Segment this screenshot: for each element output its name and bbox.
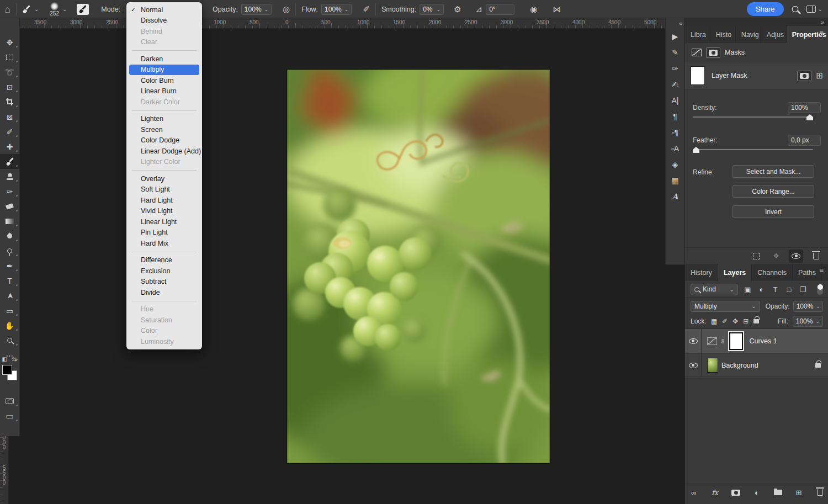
blend-mode-menu-item[interactable]: ✓ Difference [126, 255, 202, 266]
blend-mode-menu-item[interactable]: ✓ Saturation [126, 315, 202, 326]
mask-link-icon[interactable]: ∞ [719, 338, 727, 343]
panel-menu-icon[interactable]: ≡ [815, 266, 828, 274]
actions-panel[interactable]: ▶ [666, 28, 685, 44]
brush-angle-field[interactable]: 0° [486, 4, 514, 15]
blend-mode-menu-item[interactable]: ✓ Subtract [126, 277, 202, 288]
quick-mask-mode-button[interactable] [0, 394, 20, 408]
panel-tab[interactable]: History [685, 264, 718, 281]
layer-name[interactable]: Background [721, 362, 758, 369]
blend-mode-menu-item[interactable]: ✓ Vivid Light [126, 206, 202, 217]
blend-mode-select[interactable]: Multiply⌄ [691, 301, 760, 312]
clone-source-panel[interactable]: ✍ [666, 76, 685, 92]
brush-settings-panel[interactable]: ✎ [666, 44, 685, 60]
blend-mode-menu-item[interactable]: ✓ [132, 110, 197, 111]
background-thumbnail[interactable] [707, 358, 718, 373]
smoothing-gear-icon[interactable]: ⚙ [454, 5, 461, 13]
blend-mode-menu-item[interactable]: ✓ Lighter Color [126, 157, 202, 168]
filter-type-layers[interactable]: T [771, 285, 780, 294]
slider-thumb[interactable] [806, 114, 813, 120]
blend-mode-menu-item[interactable]: ✓ Luminosity [126, 336, 202, 347]
flow-select[interactable]: 100%⌄ [321, 4, 352, 15]
collapse-panels-icon[interactable]: « [679, 20, 682, 26]
blend-mode-menu-item[interactable]: ✓ Linear Burn [126, 86, 202, 97]
character-panel[interactable]: A| [666, 92, 685, 108]
load-mask-selection[interactable] [749, 250, 763, 263]
feather-field[interactable]: 0,0 px [788, 135, 821, 146]
apply-mask[interactable]: ❖ [769, 250, 783, 263]
blend-mode-menu-item[interactable]: ✓ Color Dodge [126, 135, 202, 146]
airbrush-icon[interactable]: ✐ [363, 5, 370, 13]
eraser-tool[interactable] [0, 199, 20, 214]
share-button[interactable]: Share [747, 2, 784, 16]
blend-mode-menu-item[interactable]: ✓ Screen [126, 124, 202, 135]
select-and-mask-button[interactable]: Select and Mask... [733, 165, 814, 178]
blend-mode-menu-item[interactable]: ✓ Hue [126, 304, 202, 315]
paragraph-styles-panel[interactable]: ▫¶ [666, 124, 685, 140]
workspace-switcher[interactable]: ⌄ [806, 6, 822, 13]
blend-mode-menu-item[interactable]: ✓ Darken [126, 54, 202, 65]
visibility-toggle[interactable] [685, 354, 702, 376]
home-icon[interactable]: ⌂ [4, 4, 10, 14]
blend-mode-menu-item[interactable]: ✓ Linear Dodge (Add) [126, 146, 202, 157]
chevron-down-icon[interactable]: ⌄ [62, 6, 67, 12]
type-tool[interactable]: T [0, 273, 20, 288]
gradient-tool[interactable] [0, 214, 20, 229]
lock-position[interactable]: ✥ [733, 317, 738, 325]
curves-properties-icon[interactable] [692, 49, 702, 56]
toggle-mask-visibility[interactable] [789, 250, 803, 263]
color-range-button[interactable]: Color Range... [733, 185, 814, 198]
canvas-pasteboard[interactable] [9, 29, 665, 504]
blend-mode-menu-item[interactable]: ✓ Pin Light [126, 227, 202, 238]
layer-name[interactable]: Curves 1 [750, 337, 777, 345]
paragraph-panel[interactable]: ¶ [666, 108, 685, 124]
frame-tool[interactable]: ⊠ [0, 109, 20, 124]
filter-pixel-layers[interactable]: ▣ [743, 285, 752, 294]
blur-tool[interactable] [0, 229, 20, 243]
blend-mode-menu-item[interactable]: ✓ Multiply [129, 65, 199, 76]
feather-slider[interactable] [693, 146, 813, 153]
character-styles-panel[interactable]: ▫A [666, 140, 685, 156]
layer-row-curves[interactable]: ∞ Curves 1 [685, 329, 828, 353]
curves-mask-thumbnail[interactable] [729, 332, 743, 350]
kind-filter-select[interactable]: Kind ⌄ [691, 284, 738, 295]
lock-all[interactable] [753, 319, 759, 323]
chevron-down-icon[interactable]: ⌄ [34, 6, 39, 12]
blend-mode-menu-item[interactable]: ✓ Normal [126, 4, 202, 15]
blend-mode-menu-item[interactable]: ✓ Soft Light [126, 184, 202, 195]
visibility-toggle[interactable] [685, 329, 702, 353]
dodge-tool[interactable] [0, 243, 20, 258]
blend-mode-menu-item[interactable]: ✓ Color Burn [126, 75, 202, 86]
tablet-pressure-opacity-icon[interactable]: ◎ [283, 5, 290, 13]
mask-properties-button[interactable] [706, 47, 720, 58]
crop-tool[interactable] [0, 94, 20, 109]
add-layer-mask[interactable] [729, 486, 743, 499]
rectangle-tool[interactable]: ▭ [0, 303, 20, 318]
blend-mode-menu-item[interactable]: ✓ Behind [126, 26, 202, 37]
filter-shape-layers[interactable]: □ [784, 285, 794, 294]
path-selection-tool[interactable]: ➤ [0, 288, 20, 303]
lock-icon[interactable] [815, 363, 821, 368]
3d-panel[interactable]: ◈ [666, 156, 685, 172]
blend-mode-menu-item[interactable]: ✓ [132, 252, 197, 252]
panel-tab[interactable]: Histo [710, 26, 736, 43]
brush-tool[interactable] [0, 154, 20, 169]
smoothing-select[interactable]: 0%⌄ [420, 4, 444, 15]
filter-smart-objects[interactable]: ❐ [798, 285, 808, 294]
density-field[interactable]: 100% [788, 102, 821, 113]
blend-mode-menu-item[interactable]: ✓ Hard Mix [126, 238, 202, 249]
lasso-tool[interactable]: ➰ [0, 65, 20, 79]
foreground-color-swatch[interactable] [2, 365, 12, 375]
hand-tool[interactable]: ✋ [0, 318, 20, 333]
invert-button[interactable]: Invert [733, 205, 814, 218]
select-layer-mask-button[interactable] [797, 71, 811, 81]
panel-tab[interactable]: Adjus [761, 26, 787, 43]
layer-mask-thumbnail[interactable] [691, 66, 705, 85]
blend-mode-menu-item[interactable]: ✓ Darker Color [126, 97, 202, 108]
new-group[interactable] [771, 486, 785, 499]
blend-mode-menu-item[interactable]: ✓ Linear Light [126, 216, 202, 227]
object-selection-tool[interactable]: ⊡ [0, 79, 20, 94]
pattern-preview-panel[interactable]: ▦ [666, 172, 685, 188]
density-slider[interactable] [693, 113, 813, 121]
fill-select[interactable]: 100%⌄ [793, 316, 823, 327]
pen-tool[interactable]: ✒ [0, 258, 20, 273]
